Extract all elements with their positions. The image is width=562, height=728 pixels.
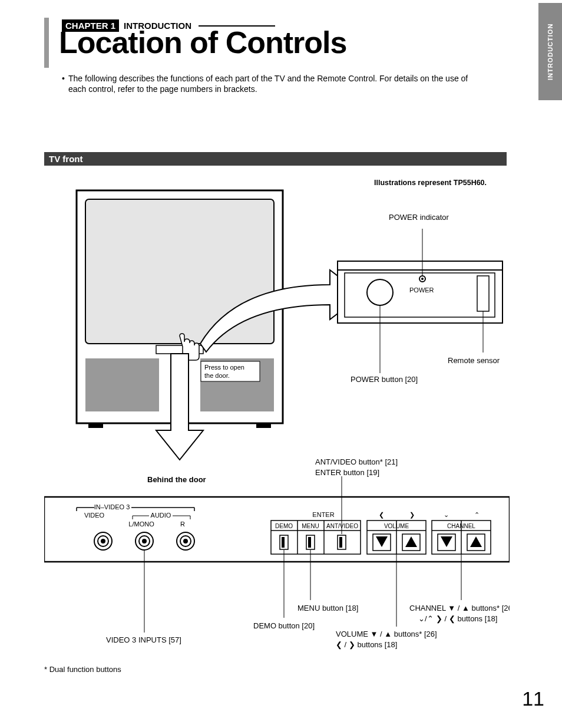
svg-rect-54 [282, 537, 285, 548]
svg-rect-1 [85, 199, 274, 344]
tv-diagram: POWER POWER indicator Remote sensor POWE… [44, 187, 510, 665]
svg-rect-56 [308, 537, 311, 548]
page-number: 11 [522, 687, 544, 710]
svg-text:❮: ❮ [379, 511, 384, 519]
remote-sensor-label: Remote sensor [448, 356, 500, 365]
power-button-label: POWER button [20] [351, 375, 418, 384]
channel-buttons-label-1: CHANNEL ▼ / ▲ buttons* [26] [409, 604, 510, 612]
intro-paragraph: • The following describes the functions … [62, 73, 474, 94]
intro-text: The following describes the functions of… [68, 73, 474, 94]
volume-buttons-label-1: VOLUME ▼ / ▲ buttons* [26] [336, 630, 437, 638]
svg-text:DEMO: DEMO [275, 523, 293, 529]
svg-text:Press to open: Press to open [204, 364, 244, 371]
illustration-note: Illustrations represent TP55H60. [374, 179, 487, 187]
footnote: * Dual function buttons [44, 665, 121, 674]
svg-rect-58 [339, 537, 342, 548]
svg-text:IN–VIDEO 3: IN–VIDEO 3 [94, 503, 130, 510]
side-tab: INTRODUCTION [538, 3, 562, 100]
behind-door-label: Behind the door [147, 475, 206, 484]
power-panel-illustration: POWER [338, 261, 503, 323]
svg-text:⌃: ⌃ [474, 511, 480, 518]
section-heading: TV front [44, 152, 507, 166]
svg-text:❯: ❯ [409, 511, 415, 519]
header-accent-bar [44, 18, 49, 68]
control-panel-illustration: IN–VIDEO 3 VIDEO AUDIO L/MONO R ENTER DE… [44, 497, 510, 562]
svg-rect-10 [338, 261, 503, 270]
svg-rect-7 [88, 423, 103, 428]
svg-text:⌄: ⌄ [444, 511, 449, 518]
svg-text:VIDEO: VIDEO [84, 512, 105, 519]
svg-point-12 [367, 279, 393, 305]
svg-text:R: R [180, 521, 185, 528]
svg-text:L/MONO: L/MONO [128, 521, 154, 528]
video3-inputs-label: VIDEO 3 INPUTS [57] [106, 635, 181, 644]
svg-text:ANT/VIDEO: ANT/VIDEO [326, 523, 358, 529]
power-label: POWER [409, 286, 434, 294]
svg-text:VOLUME: VOLUME [384, 523, 409, 529]
svg-point-14 [421, 278, 424, 280]
menu-button-label: MENU button [18] [297, 604, 358, 612]
svg-text:CHANNEL: CHANNEL [447, 523, 475, 529]
ant-video-label: ANT/VIDEO button* [21] [315, 457, 398, 466]
svg-point-38 [101, 539, 105, 543]
svg-text:❯ / ❮ buttons [18]: ❯ / ❮ buttons [18] [436, 614, 497, 624]
svg-text:AUDIO: AUDIO [151, 512, 171, 519]
svg-rect-15 [477, 276, 489, 311]
svg-point-41 [143, 539, 146, 543]
svg-rect-5 [85, 358, 159, 411]
bullet-icon: • [62, 73, 65, 94]
svg-rect-8 [256, 423, 271, 428]
svg-text:MENU: MENU [302, 523, 319, 529]
press-to-open-note: Press to open the door. [201, 361, 260, 381]
svg-text:the door.: the door. [204, 372, 230, 379]
volume-buttons-label-2: ❮ / ❯ buttons [18] [336, 640, 397, 650]
channel-buttons-label-2: ⌄/⌃ ❯ / ❮ buttons [18] [418, 614, 497, 624]
enter-label: ENTER button [19] [315, 468, 379, 477]
svg-text:ENTER: ENTER [312, 511, 334, 518]
svg-text:⌄/⌃: ⌄/⌃ [418, 614, 434, 623]
demo-button-label: DEMO button [20] [253, 621, 315, 630]
page-title: Location of Controls [59, 25, 346, 60]
svg-point-44 [184, 539, 187, 543]
power-indicator-label: POWER indicator [389, 213, 449, 222]
